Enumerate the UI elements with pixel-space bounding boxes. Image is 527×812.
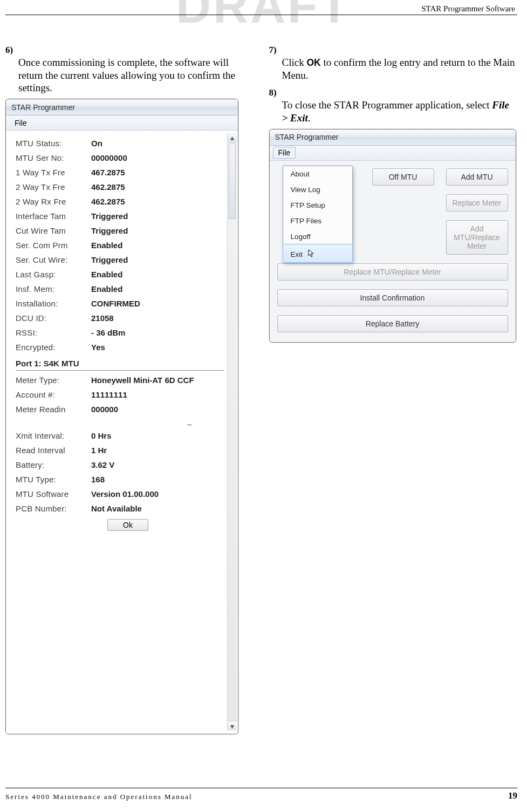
status-value: 467.2875	[91, 168, 125, 177]
replace-meter-button[interactable]: Replace Meter	[446, 194, 508, 211]
status-label: 1 Way Tx Fre	[16, 168, 91, 177]
status-value: 11111111	[91, 390, 127, 399]
status-scroll-area: MTU Status:OnMTU Ser No:000000001 Way Tx…	[6, 133, 237, 731]
port-1-heading: Port 1: S4K MTU	[16, 354, 224, 371]
status-value: - 36 dBm	[91, 328, 125, 337]
status-row: MTU Status:On	[16, 136, 224, 151]
status-label: MTU Software	[16, 489, 91, 499]
scroll-up-button[interactable]: ▴	[228, 133, 237, 142]
status-row: Installation:CONFIRMED	[16, 296, 224, 311]
status-label: Ser. Cut Wire:	[16, 255, 91, 264]
step-6-text: Once commissioning is complete, the soft…	[18, 56, 254, 94]
status-row: Interface TamTriggered	[16, 209, 224, 223]
scroll-thumb[interactable]	[229, 144, 236, 219]
status-row: MTU SoftwareVersion 01.00.000	[16, 487, 224, 501]
star-programmer-status-window: STAR Programmer File MTU Status:OnMTU Se…	[5, 99, 238, 734]
status-value: Not Available	[91, 504, 142, 513]
header-section-title: STAR Programmer Software	[421, 4, 515, 13]
status-value: 0 Hrs	[91, 431, 112, 440]
status-label: Interface Tam	[16, 211, 91, 221]
menu-file-open[interactable]: File	[273, 147, 296, 159]
step-6-number: 6)	[5, 45, 13, 55]
window-titlebar: STAR Programmer	[6, 99, 238, 115]
ok-button[interactable]: Ok	[107, 519, 148, 531]
menu-item-exit-label: Exit	[291, 250, 303, 258]
status-value: Enabled	[91, 270, 122, 279]
status-label: Read Interval	[16, 446, 91, 455]
step-8-number: 8)	[269, 87, 277, 98]
step-8-text-a: To close the STAR Programmer application…	[282, 99, 492, 111]
status-value: Enabled	[91, 284, 122, 294]
status-label: Installation:	[16, 299, 91, 308]
status-value: 00000000	[91, 153, 127, 162]
status-value: Triggered	[91, 255, 128, 264]
page-footer: Series 4000 Maintenance and Operations M…	[5, 788, 517, 801]
step-7: 7) Click OK to confirm the log entry and…	[269, 43, 518, 81]
separator-dash: _	[16, 417, 224, 428]
footer-page-number: 19	[508, 790, 517, 801]
status-label: 2 Way Rx Fre	[16, 197, 91, 206]
off-mtu-button[interactable]: Off MTU	[372, 168, 434, 186]
status-row: Meter Type:Honeywell Mini-AT 6D CCF	[16, 373, 224, 387]
status-value: 000000	[91, 405, 118, 414]
status-row: Battery:3.62 V	[16, 458, 224, 472]
menu-item-view-log[interactable]: View Log	[283, 182, 352, 197]
status-label: Insf. Mem:	[16, 284, 91, 294]
status-label: MTU Ser No:	[16, 153, 91, 162]
status-row: MTU Type:168	[16, 472, 224, 487]
status-row: Account #:11111111	[16, 387, 224, 402]
status-value: 3.62 V	[91, 460, 114, 469]
status-row: Cut Wire TamTriggered	[16, 223, 224, 238]
status-label: PCB Number:	[16, 504, 91, 513]
install-confirmation-button[interactable]: Install Confirmation	[277, 289, 508, 306]
status-row: 1 Way Tx Fre467.2875	[16, 165, 224, 180]
status-value: Yes	[91, 343, 105, 352]
status-value: On	[91, 139, 102, 148]
menu-bar[interactable]: File	[6, 115, 238, 131]
menu-bar[interactable]: File	[270, 146, 516, 161]
status-row: Ser. Cut Wire:Triggered	[16, 253, 224, 267]
status-label: MTU Type:	[16, 475, 91, 484]
status-label: 2 Way Tx Fre	[16, 182, 91, 192]
replace-mtu-replace-meter-button[interactable]: Replace MTU/Replace Meter	[277, 263, 508, 281]
status-value: 462.2875	[91, 197, 125, 206]
window-title: STAR Programmer	[11, 103, 75, 112]
cursor-icon	[308, 249, 316, 260]
scroll-down-button[interactable]: ▾	[228, 721, 237, 731]
menu-file[interactable]: File	[9, 117, 32, 129]
status-value: Triggered	[91, 226, 128, 235]
status-label: Account #:	[16, 390, 91, 399]
step-7-text-a: Click	[282, 57, 307, 68]
status-row: 2 Way Tx Fre462.2875	[16, 180, 224, 194]
step-7-number: 7)	[269, 45, 277, 55]
status-label: MTU Status:	[16, 139, 91, 148]
replace-battery-button[interactable]: Replace Battery	[277, 315, 508, 332]
status-row: PCB Number:Not Available	[16, 501, 224, 516]
step-7-ok: OK	[306, 57, 320, 68]
add-mtu-button[interactable]: Add MTU	[446, 168, 508, 186]
menu-item-ftp-setup[interactable]: FTP Setup	[283, 197, 352, 213]
status-row: Xmit Interval:0 Hrs	[16, 428, 224, 443]
menu-item-about[interactable]: About	[283, 166, 352, 182]
vertical-scrollbar[interactable]: ▴ ▾	[227, 133, 237, 731]
status-value: Honeywell Mini-AT 6D CCF	[91, 376, 194, 385]
step-8: 8) To close the STAR Programmer applicat…	[269, 86, 518, 124]
status-label: Meter Type:	[16, 376, 91, 385]
menu-item-ftp-files[interactable]: FTP Files	[283, 213, 352, 229]
status-value: CONFIRMED	[91, 299, 140, 308]
status-row: Meter Readin000000	[16, 402, 224, 417]
menu-item-exit[interactable]: Exit	[283, 244, 353, 263]
status-label: Ser. Com Prm	[16, 241, 91, 250]
status-label: Meter Readin	[16, 405, 91, 414]
file-menu-dropdown[interactable]: About View Log FTP Setup FTP Files Logof…	[283, 166, 353, 263]
status-value: Enabled	[91, 241, 122, 250]
menu-item-logoff[interactable]: Logoff	[283, 229, 352, 244]
status-label: Battery:	[16, 460, 91, 469]
add-mtu-replace-meter-button[interactable]: Add MTU/Replace Meter	[446, 220, 508, 255]
step-6: 6) Once commissioning is complete, the s…	[5, 43, 254, 94]
status-row: Last Gasp:Enabled	[16, 267, 224, 282]
status-value: 21058	[91, 313, 114, 323]
status-row: Read Interval1 Hr	[16, 443, 224, 458]
window-title: STAR Programmer	[275, 133, 339, 141]
status-row: RSSI:- 36 dBm	[16, 325, 224, 340]
